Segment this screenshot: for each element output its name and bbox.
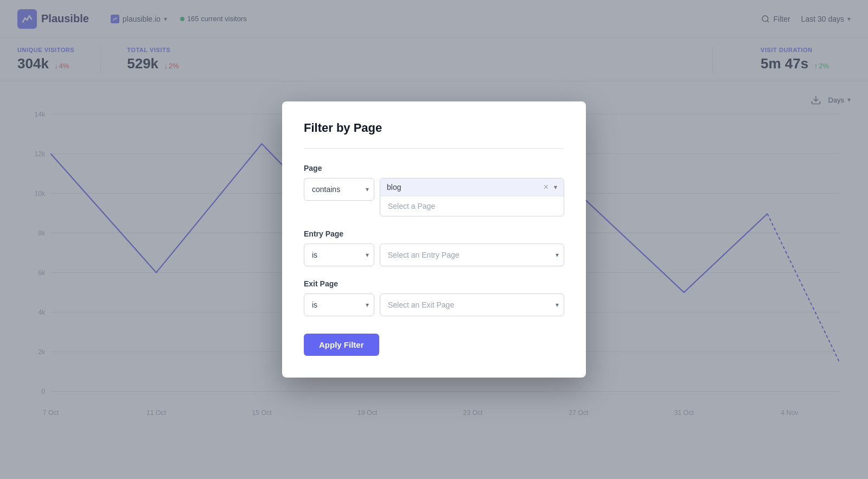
page-operator-wrapper: contains is is not ▾ bbox=[304, 178, 374, 201]
entry-operator-wrapper: is is not ▾ bbox=[304, 244, 374, 266]
page-input-container: blog × ▾ Select a Page bbox=[380, 178, 564, 216]
exit-page-select-wrapper: Select an Exit Page ▾ bbox=[380, 293, 564, 316]
exit-page-select[interactable]: Select an Exit Page bbox=[380, 293, 564, 316]
entry-page-select[interactable]: Select an Entry Page bbox=[380, 244, 564, 266]
apply-filter-button[interactable]: Apply Filter bbox=[304, 334, 379, 356]
filter-modal: Filter by Page Page contains is is not ▾ bbox=[282, 101, 586, 378]
entry-page-filter-group: Entry Page is is not ▾ Select an Entry P… bbox=[304, 229, 564, 266]
page-value-wrapper: blog × ▾ Select a Page bbox=[380, 178, 564, 216]
page-placeholder-text: Select a Page bbox=[388, 202, 435, 210]
page-tag-value: blog bbox=[387, 183, 542, 191]
modal-title: Filter by Page bbox=[304, 121, 564, 135]
page-tag-row: blog × ▾ bbox=[380, 178, 564, 196]
page-label: Page bbox=[304, 164, 564, 173]
exit-page-filter-group: Exit Page is is not ▾ Select an Exit Pag… bbox=[304, 279, 564, 316]
exit-page-label: Exit Page bbox=[304, 279, 564, 288]
entry-page-select-wrapper: Select an Entry Page ▾ bbox=[380, 244, 564, 266]
entry-page-filter-row: is is not ▾ Select an Entry Page ▾ bbox=[304, 244, 564, 266]
page-filter-row: contains is is not ▾ blog × ▾ S bbox=[304, 178, 564, 216]
page-filter-group: Page contains is is not ▾ blog × bbox=[304, 164, 564, 216]
page-placeholder-row[interactable]: Select a Page bbox=[380, 196, 564, 216]
page-tag-arrow: ▾ bbox=[554, 183, 557, 191]
modal-divider bbox=[304, 148, 564, 149]
entry-operator-select[interactable]: is is not bbox=[304, 244, 374, 266]
modal-overlay[interactable]: Filter by Page Page contains is is not ▾ bbox=[0, 0, 868, 479]
exit-operator-wrapper: is is not ▾ bbox=[304, 293, 374, 316]
exit-page-filter-row: is is not ▾ Select an Exit Page ▾ bbox=[304, 293, 564, 316]
page-tag-clear[interactable]: × bbox=[542, 183, 550, 191]
exit-operator-select[interactable]: is is not bbox=[304, 293, 374, 316]
page-operator-select[interactable]: contains is is not bbox=[304, 178, 374, 201]
entry-page-label: Entry Page bbox=[304, 229, 564, 238]
